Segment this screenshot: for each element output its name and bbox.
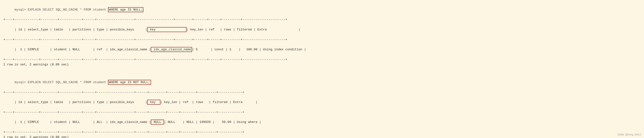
query-line-2: mysql> EXPLAIN SELECT SQL_NO_CACHE * FRO… [3, 75, 641, 90]
result-line-1: 1 row in set, 2 warnings (0.00 sec) [3, 62, 641, 67]
where-clause-1: WHERE age IS NULL; [108, 7, 144, 12]
separator-1b: +----+-------------+---------+----------… [3, 38, 641, 42]
separator-2b: +----+-------------+---------+----------… [3, 110, 641, 115]
query-line-1: mysql> EXPLAIN SELECT SQL_NO_CACHE * FRO… [3, 2, 641, 17]
header-pre-1: | id | select_type | table | partitions … [14, 28, 147, 32]
data-post-2: | NULL | NULL | 199920 | 50.00 | Using w… [164, 120, 261, 124]
separator-1a: +----+-------------+---------+----------… [3, 17, 641, 22]
key-header-highlight-2: key [147, 100, 160, 105]
data-pre-2: | 1 | SIMPLE | student | NULL | ALL | id… [14, 120, 151, 124]
separator-1c: +----+-------------+---------+----------… [3, 57, 641, 62]
data-post-1: | 5 | const | 1 | 100.00 | Using index c… [192, 48, 306, 51]
separator-2c: +----+-------------+---------+----------… [3, 130, 641, 135]
query-block-1: mysql> EXPLAIN SELECT SQL_NO_CACHE * FRO… [3, 2, 641, 67]
result-line-2: 1 row in set, 2 warnings (0.00 sec) [3, 135, 641, 138]
prompt-2: mysql> EXPLAIN SELECT SQL_NO_CACHE * FRO… [14, 80, 108, 84]
query-block-2: mysql> EXPLAIN SELECT SQL_NO_CACHE * FRO… [3, 75, 641, 138]
data-line-1: | 1 | SIMPLE | student | NULL | ref | id… [3, 42, 641, 57]
header-pre-2: | id | select_type | table | partitions … [14, 100, 147, 104]
header-line-1: | id | select_type | table | partitions … [3, 22, 641, 37]
key-value-highlight-1: idx_age_classid_name [151, 47, 192, 52]
data-pre-1: | 1 | SIMPLE | student | NULL | ref | id… [14, 48, 151, 51]
data-line-2: | 1 | SIMPLE | student | NULL | ALL | id… [3, 115, 641, 130]
key-value-highlight-2: NULL [151, 120, 164, 124]
spacer-1 [3, 68, 641, 74]
header-line-2: | id | select_type | table | partitions … [3, 95, 641, 110]
prompt-1: mysql> EXPLAIN SELECT SQL_NO_CACHE * FRO… [14, 8, 108, 12]
where-clause-2: WHERE age IS NOT NULL; [108, 80, 151, 85]
header-post-1: | key_len | ref | rows | filtered | Extr… [186, 28, 300, 32]
key-header-highlight-1: key [147, 27, 186, 32]
header-post-2: | key_len | ref | rows | filtered | Extr… [160, 100, 258, 104]
watermark: CSDN @Zong_0915 [618, 133, 641, 136]
separator-2a: +----+-------------+---------+----------… [3, 90, 641, 95]
terminal: mysql> EXPLAIN SELECT SQL_NO_CACHE * FRO… [3, 2, 641, 138]
